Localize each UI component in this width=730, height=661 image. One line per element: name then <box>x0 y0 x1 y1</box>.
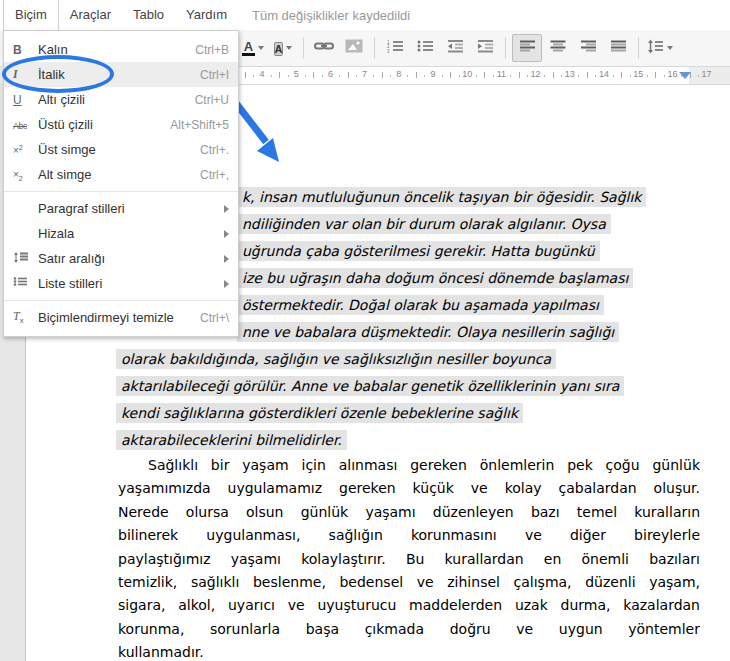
selected-text: olarak bakıldığında, sağlığın ve sağlıks… <box>116 349 556 369</box>
menu-item-label: Üstü çizili <box>38 117 170 132</box>
ruler-tick <box>664 75 665 77</box>
menu-item-biçimlendirmeyi-temizle[interactable]: TxBiçimlendirmeyi temizleCtrl+\ <box>4 305 238 330</box>
selected-text-line: östermektedir. Doğal olarak bu aşamada y… <box>237 295 604 315</box>
menubar-item-biim[interactable]: Biçim <box>3 0 59 31</box>
dropdown-caret-icon[interactable] <box>667 46 673 50</box>
selected-text-line: k, insan mutluluğunun öncelik taşıyan bi… <box>237 187 646 207</box>
ruler-tick <box>322 75 323 77</box>
ruler-tick <box>484 72 485 78</box>
menu-item-label: Altı çizili <box>38 92 195 107</box>
align-justify-icon <box>610 39 627 57</box>
selected-text-line: ndiliğinden var olan bir durum olarak al… <box>237 214 611 234</box>
ruler-tick <box>313 72 314 78</box>
ruler-tick <box>647 75 648 77</box>
dropdown-caret-icon[interactable] <box>286 46 292 50</box>
dropdown-caret-icon[interactable] <box>258 46 264 50</box>
align-right-button[interactable] <box>574 35 602 61</box>
superscript-icon: ×2 <box>13 143 38 157</box>
ruler-tick <box>621 72 622 78</box>
menu-item-shortcut: Ctrl+\ <box>200 311 229 325</box>
body-text-line: Nerede olursa olsun günlük yaşamı düzenl… <box>118 504 700 527</box>
list-styles-icon <box>13 276 38 292</box>
menu-divider <box>4 300 238 301</box>
menu-item-shortcut: Alt+Shift+5 <box>170 118 229 132</box>
menu-item-label: Üst simge <box>38 142 200 157</box>
ruler-tick <box>493 75 494 77</box>
body-text-line: temizlik, sağlıklı beslenme, bedensel ve… <box>118 574 700 597</box>
right-indent-marker[interactable] <box>679 72 691 79</box>
body-text-line: yaşamımızda uygulamamız gereken küçük ve… <box>118 480 700 503</box>
body-text-line: Sağlıklı bir yaşam için alınması gereken… <box>118 457 700 480</box>
menubar-item-aralar[interactable]: Araçlar <box>59 0 122 30</box>
ruler-number: 13 <box>565 69 575 79</box>
align-justify-button[interactable] <box>604 35 632 61</box>
menu-item-alt-simge[interactable]: ×2Alt simgeCtrl+, <box>4 162 238 187</box>
menubar-item-yardm[interactable]: Yardım <box>175 0 238 30</box>
menu-item-satır-aralığı[interactable]: Satır aralığı <box>4 246 238 271</box>
bold-icon: B <box>13 43 38 57</box>
body-text-line: paylaştığımız yaşamı kolaylaştırır. Bu k… <box>118 551 700 574</box>
highlight-color-button[interactable]: A <box>269 35 297 61</box>
toolbar-separator <box>638 37 639 59</box>
numbered-list-icon: 123 <box>387 39 404 57</box>
align-left-button[interactable] <box>512 34 542 62</box>
menu-item-üstü-çizili[interactable]: AbcÜstü çiziliAlt+Shift+5 <box>4 112 238 137</box>
ruler-tick <box>510 75 511 77</box>
menubar: BiçimAraçlarTabloYardım Tüm değişiklikle… <box>0 0 730 30</box>
increase-indent-button[interactable] <box>471 35 499 61</box>
submenu-arrow-icon <box>224 280 229 288</box>
ruler-tick <box>442 75 443 77</box>
ruler-number: 4 <box>259 69 264 79</box>
insert-image-button[interactable] <box>340 35 368 61</box>
annotation-circle-icon <box>2 55 114 93</box>
menu-item-üst-simge[interactable]: ×2Üst simgeCtrl+. <box>4 137 238 162</box>
image-icon <box>345 39 363 57</box>
numbered-list-button[interactable]: 123 <box>381 35 409 61</box>
svg-text:3: 3 <box>387 49 390 54</box>
menu-item-shortcut: Ctrl+B <box>195 43 229 57</box>
ruler-number: 5 <box>294 69 299 79</box>
line-spacing-button[interactable] <box>645 35 675 61</box>
selected-text-line: olarak bakıldığında, sağlığın ve sağlıks… <box>116 349 556 369</box>
ruler-tick <box>271 75 272 77</box>
menu-item-liste-stilleri[interactable]: Liste stilleri <box>4 271 238 296</box>
ruler-tick <box>519 72 520 78</box>
ruler-number: 12 <box>531 69 541 79</box>
underline-icon: U <box>13 93 38 107</box>
text-color-button[interactable]: A <box>239 35 267 61</box>
selected-text: kendi sağlıklarına gösterdikleri özenle … <box>116 403 523 423</box>
outdent-icon <box>447 39 464 57</box>
selected-text-line: kendi sağlıklarına gösterdikleri özenle … <box>116 403 523 423</box>
body-text-line: kullanmadır. <box>118 644 700 661</box>
insert-link-button[interactable] <box>310 35 338 61</box>
menubar-item-tablo[interactable]: Tablo <box>122 0 175 30</box>
toolbar-separator <box>374 37 375 59</box>
selected-text-line: aktarabileceklerini bilmelidirler. <box>116 430 347 450</box>
menu-item-hizala[interactable]: Hizala <box>4 221 238 246</box>
menu-divider <box>4 191 238 192</box>
toolbar-separator <box>303 37 304 59</box>
align-center-button[interactable] <box>544 35 572 61</box>
save-status: Tüm değişiklikler kaydedildi <box>252 8 410 23</box>
align-center-icon <box>550 39 567 57</box>
ruler-tick <box>424 75 425 77</box>
bulleted-list-button[interactable] <box>411 35 439 61</box>
ruler-tick <box>578 75 579 77</box>
menu-item-paragraf-stilleri[interactable]: Paragraf stilleri <box>4 196 238 221</box>
subscript-icon: ×2 <box>13 167 38 182</box>
ruler-tick <box>459 75 460 77</box>
selected-text: aktarılabileceği görülür. Anne ve babala… <box>116 376 624 396</box>
ruler-tick <box>305 75 306 77</box>
selected-text: uğrunda çaba gösterilmesi gerekir. Hatta… <box>237 241 600 261</box>
ruler-number: 17 <box>702 69 712 79</box>
menu-item-shortcut: Ctrl+. <box>200 143 229 157</box>
menu-item-shortcut: Ctrl+I <box>200 68 229 82</box>
menu-item-label: Satır aralığı <box>38 251 224 266</box>
ruler-tick <box>655 72 656 78</box>
selected-text-line: nne ve babalara düşmektedir. Olaya nesil… <box>237 322 619 342</box>
ruler-tick <box>253 75 254 77</box>
menu-item-label: Biçimlendirmeyi temizle <box>38 310 200 325</box>
submenu-arrow-icon <box>224 205 229 213</box>
decrease-indent-button[interactable] <box>441 35 469 61</box>
ruler-tick <box>348 72 349 78</box>
